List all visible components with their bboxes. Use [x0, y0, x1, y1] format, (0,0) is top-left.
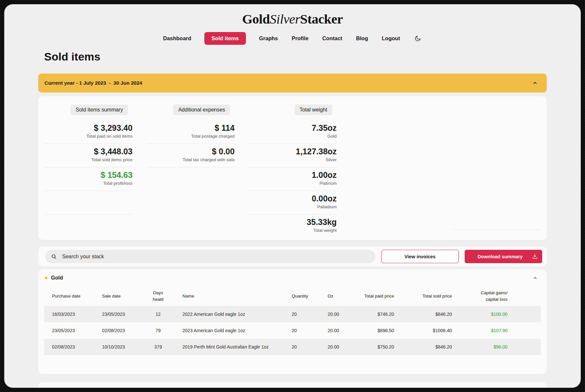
stat-label: Gold [248, 134, 336, 139]
table-header-cell: Days heald [136, 290, 181, 302]
stat-value: 0.00oz [248, 194, 336, 203]
gold-section-title: Gold [51, 275, 63, 281]
summary-column-additional-expenses: Additional expenses$ 114Total postage ch… [146, 105, 234, 238]
table-cell: 379 [136, 344, 181, 349]
table-cell: 20 [288, 328, 323, 333]
summary-stat: $ 3,448.03Total sold items price [44, 144, 132, 167]
period-banner[interactable]: Current year - 1 July 2023 - 30 Jun 2024 [38, 74, 547, 93]
sold-items-table: Purchase dateSale dateDays healdNameQuan… [44, 286, 541, 355]
chevron-up-icon [533, 276, 538, 281]
gold-section-header[interactable]: Gold [44, 269, 541, 286]
stat-label: Platinum [248, 181, 336, 186]
summary-stat: 7.35ozGold [248, 120, 336, 144]
table-cell: 02/08/2023 [94, 328, 136, 333]
nav-item-dashboard[interactable]: Dashboard [163, 32, 192, 45]
next-section-card[interactable] [38, 382, 547, 388]
summary-column-title: Total weight [295, 105, 332, 115]
summary-stat: $ 0.00Total tax charged with sale [146, 144, 234, 167]
nav-item-contact[interactable]: Contact [321, 32, 343, 45]
summary-column-sold-items-summary: Sold items summary$ 3,293.40Total paid o… [44, 105, 132, 238]
brand-part-gold: Gold [242, 11, 270, 26]
table-cell: 2019 Perth Mint Gold Australian Eagle 1o… [181, 344, 288, 349]
stat-label: Total tax charged with sale [146, 157, 234, 162]
theme-toggle-button[interactable] [413, 34, 422, 43]
stat-value: 1.00oz [248, 170, 336, 180]
stat-value: $ 114 [146, 123, 234, 133]
nav-item-logout[interactable]: Logout [381, 32, 401, 45]
moon-icon [414, 35, 421, 42]
brand-part-silver: Silver [270, 11, 300, 26]
table-cell: 16/03/2023 [44, 312, 94, 317]
table-header-cell: Total paid price [362, 293, 394, 299]
table-cell: 20 [288, 344, 323, 349]
table-cell: 20 [288, 312, 323, 317]
summary-stat: 0.00ozPalladium [248, 191, 336, 214]
view-invoices-button[interactable]: View invoices [381, 250, 459, 263]
table-row: 23/05/202302/08/2023792023 American Gold… [44, 322, 541, 339]
download-summary-button[interactable]: Download summary [465, 250, 542, 263]
spacer [453, 208, 541, 230]
table-cell: 10/10/2023 [94, 344, 136, 349]
stat-value: 35.33kg [248, 217, 336, 227]
chevron-up-icon [532, 80, 538, 86]
stat-value: $ 3,293.40 [44, 123, 132, 133]
search-input[interactable] [61, 253, 370, 260]
table-cell: 02/08/2023 [44, 344, 94, 349]
table-cell: $750.20 [362, 344, 394, 349]
stat-label: Total weight [248, 228, 336, 233]
table-header-cell: Quantity [288, 293, 323, 299]
summary-stat [44, 191, 132, 214]
table-cell: 20.00 [323, 328, 362, 333]
table-cell: 23/05/2023 [94, 312, 136, 317]
table-header-cell: Sale date [94, 293, 136, 299]
summary-empty-column [351, 105, 439, 238]
nav-item-profile[interactable]: Profile [291, 32, 309, 45]
stat-label: Silver [248, 157, 336, 162]
nav-item-blog[interactable]: Blog [355, 32, 369, 45]
download-summary-label: Download summary [478, 254, 523, 259]
summary-stat: $ 3,293.40Total paid on sold items [44, 120, 132, 144]
stat-value: 1,127.38oz [248, 146, 336, 156]
stat-value: $ 154.63 [44, 170, 132, 180]
table-header-cell: Oz [323, 293, 362, 299]
summary-stat: $ 114Total postage charged [146, 120, 234, 144]
table-row: 02/08/202310/10/20233792019 Perth Mint G… [44, 339, 541, 355]
nav-item-graphs[interactable]: Graphs [258, 32, 279, 45]
table-header-cell: Total sold price [394, 293, 452, 299]
stat-label: Total sold items price [44, 157, 132, 162]
nav-item-sold-items[interactable]: Sold items [204, 32, 246, 45]
summary-column-title: Sold items summary [71, 105, 128, 115]
page-title: Sold items [44, 50, 547, 63]
table-cell: 20.00 [323, 344, 362, 349]
gold-section: Gold Purchase dateSale dateDays healdNam… [38, 269, 547, 374]
search-box[interactable] [45, 250, 375, 263]
spacer [453, 164, 541, 186]
summary-stat: $ 154.63Total profit/loss [44, 167, 132, 191]
banner-collapse-button[interactable] [532, 80, 538, 86]
stat-value: $ 3,448.03 [44, 146, 132, 156]
table-cell: $1006.40 [394, 328, 452, 333]
table-cell: $107.90 [452, 328, 508, 333]
main-nav: DashboardSold itemsGraphsProfileContactB… [38, 32, 547, 45]
brand-part-stacker: Stacker [300, 11, 343, 26]
spacer [453, 142, 541, 164]
table-row: 16/03/202323/05/2023122022 American Gold… [44, 306, 541, 322]
stat-label: Palladium [248, 204, 336, 209]
table-cell: $746.20 [362, 312, 394, 317]
table-cell: $846.20 [394, 312, 452, 317]
stat-label: Total postage charged [146, 134, 234, 139]
gold-collapse-button[interactable] [532, 275, 538, 281]
table-cell: $96.00 [452, 344, 508, 349]
table-header-row: Purchase dateSale dateDays healdNameQuan… [44, 286, 541, 306]
table-cell: 2022 American Gold eagle 1oz [181, 312, 288, 317]
table-cell: 23/05/2023 [44, 328, 94, 333]
table-cell: 2023 American Gold eagle 1oz [181, 328, 288, 333]
toolbar: View invoices Download summary [38, 247, 547, 266]
table-cell: 12 [136, 312, 181, 317]
table-cell: $898.50 [362, 328, 394, 333]
table-cell: 79 [136, 328, 181, 333]
stat-value: $ 0.00 [146, 146, 234, 156]
summary-stat: 1.00ozPlatinum [248, 167, 336, 191]
stat-value: 7.35oz [248, 123, 336, 133]
summary-column-total-weight: Total weight7.35ozGold1,127.38ozSilver1.… [248, 105, 336, 238]
